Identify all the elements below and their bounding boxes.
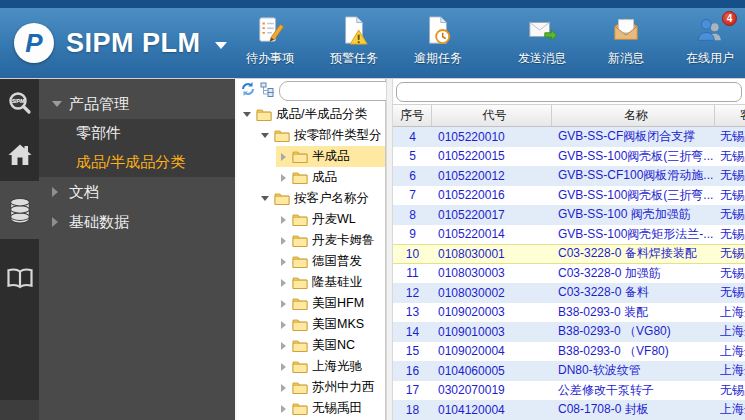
table-row[interactable]: 160104060005DN80-软波纹管上海光驰 [393,361,745,381]
sidebar-menu: 产品管理 零部件 成品/半成品分类 文档 基础数据 [39,79,237,420]
tree-node[interactable]: 成品 [237,167,385,188]
title-dropdown-caret[interactable] [215,42,227,49]
send-message-icon [527,15,557,49]
tree-node[interactable]: 无锡禹田 [237,398,385,419]
tree-node-selected[interactable]: 半成品 [237,146,385,167]
online-users-count-badge: 4 [722,11,737,26]
warning-tasks-button[interactable]: 预警任务 [319,15,389,67]
folder-icon [292,297,308,310]
tree-node[interactable]: 美国HFM [237,293,385,314]
folder-icon [256,108,272,121]
tree-node[interactable]: 隆基硅业 [237,272,385,293]
new-message-button[interactable]: 新消息 [591,15,661,67]
tree-node[interactable]: 丹麦WL [237,209,385,230]
tree-node[interactable]: 美国MKS [237,314,385,335]
tree-node-label: 成品/半成品分类 [276,106,367,123]
collapsed-arrow-icon [276,216,290,224]
table-row[interactable]: 140109010003B38-0293-0 （VG80)上海光驰 [393,322,745,342]
collapsed-arrow-icon [276,405,290,413]
collapsed-arrow-icon [276,237,290,245]
table-row[interactable]: 130109020003B38-0293-0 装配上海光驰 [393,303,745,323]
folder-icon [292,234,308,247]
menu-item-label: 零部件 [76,124,121,143]
toolbar-label: 新消息 [608,50,644,67]
tree-node[interactable]: 上海光驰 [237,356,385,377]
menu-item-base-data[interactable]: 基础数据 [39,207,235,237]
grid-filter-input[interactable] [396,82,742,102]
table-row[interactable]: 120108030002C03-3228-0 备料无锡禹田 [393,283,745,303]
table-row[interactable]: 70105220016GVB-SS-100阀壳板(三折弯...无锡禹田 [393,186,745,206]
folder-icon [292,213,308,226]
expanded-arrow-icon [240,112,254,117]
online-users-button[interactable]: 在线用户 4 [675,15,745,67]
collapsed-arrow-icon [276,258,290,266]
menu-item-finished-classification[interactable]: 成品/半成品分类 [39,148,235,177]
toolbar-label: 发送消息 [518,50,566,67]
tree-node[interactable]: 美国NC [237,335,385,356]
tree-node-label: 苏州中力西 [312,379,375,396]
toolbar-label: 待办事项 [246,50,294,67]
toolbar-label: 逾期任务 [414,50,462,67]
table-row-selected[interactable]: 100108030001C03-3228-0 备料焊接装配无锡禹田 [393,244,745,264]
grid-header: 序号 代号 名称 客户 [393,104,745,127]
tree-node[interactable]: 苏州中力西 [237,377,385,398]
table-row[interactable]: 150109020004B38-0293-0 （VF80)上海光驰 [393,342,745,362]
new-message-icon [611,15,641,49]
collapsed-arrow-icon [276,321,290,329]
menu-item-parts[interactable]: 零部件 [39,119,235,148]
tree-node[interactable]: 按零部件类型分 [237,125,385,146]
folder-icon [292,255,308,268]
tree-node-label: 按零部件类型分 [294,127,382,144]
column-header-code[interactable]: 代号 [432,105,552,126]
menu-item-label: 基础数据 [69,213,129,232]
tree-toolbar [237,79,385,102]
table-row[interactable]: 110108030003C03-3228-0 加强筋无锡禹田 [393,264,745,284]
tree-node[interactable]: 丹麦卡姆鲁 [237,230,385,251]
home-icon[interactable] [0,129,39,181]
folder-icon [274,192,290,205]
tree-node-label: 美国HFM [312,295,364,312]
book-icon[interactable] [0,239,39,319]
column-header-no[interactable]: 序号 [393,105,432,126]
overdue-tasks-button[interactable]: 逾期任务 [403,15,473,67]
folder-icon [292,150,308,163]
table-row[interactable]: 50105220015GVB-SS-100阀壳板(三折弯...无锡禹田 [393,147,745,167]
folder-icon [292,171,308,184]
table-row[interactable]: 180104120004C08-1708-0 封板上海光驰 [393,400,745,420]
tree-node[interactable]: 德国普发 [237,251,385,272]
todo-items-button[interactable]: 待办事项 [235,15,305,67]
panel-splitter[interactable] [386,79,393,420]
refresh-icon[interactable] [240,81,256,100]
folder-icon [292,360,308,373]
menu-item-documents[interactable]: 文档 [39,177,235,207]
main-body: SIPM [0,78,745,420]
tree-node-label: 丹麦卡姆鲁 [312,232,375,249]
tree-node-label: 无锡禹田 [312,400,362,417]
tree-node[interactable]: 成品/半成品分类 [237,104,385,125]
collapsed-arrow-icon [276,363,290,371]
tree-structure-icon[interactable] [260,82,275,100]
app-title: SIPM PLM [66,28,201,59]
database-icon[interactable] [0,181,39,239]
folder-icon [292,276,308,289]
table-row[interactable]: 80105220017GVB-SS-100 阀壳加强筋无锡禹田 [393,205,745,225]
table-row[interactable]: 40105220010GVB-SS-CF阀板闭合支撑无锡禹田 [393,127,745,147]
column-header-name[interactable]: 名称 [552,105,715,126]
send-message-button[interactable]: 发送消息 [507,15,577,67]
table-row[interactable]: 90105220014GVB-SS-100阀壳矩形法兰-...无锡禹田 [393,225,745,245]
table-row[interactable]: 60105220012GVB-SS-CF100阀板滑动施...无锡禹田 [393,166,745,186]
expanded-arrow-icon [258,133,272,138]
sipm-search-icon[interactable]: SIPM [0,79,39,129]
classification-tree: 成品/半成品分类 按零部件类型分 半成品 成品 [237,102,385,420]
folder-icon [292,402,308,415]
tree-node[interactable]: 按客户名称分 [237,188,385,209]
menu-item-product-management[interactable]: 产品管理 [39,89,235,119]
collapsed-arrow-icon [276,279,290,287]
tree-node-label: 上海光驰 [312,358,362,375]
collapsed-arrow-icon [276,300,290,308]
menu-item-label: 文档 [69,183,99,202]
table-row[interactable]: 170302070019公差修改干泵转子无锡禹田 [393,381,745,401]
column-header-customer[interactable]: 客户 [715,105,745,126]
expanded-arrow-icon [258,196,272,201]
menu-item-label: 成品/半成品分类 [76,153,185,172]
